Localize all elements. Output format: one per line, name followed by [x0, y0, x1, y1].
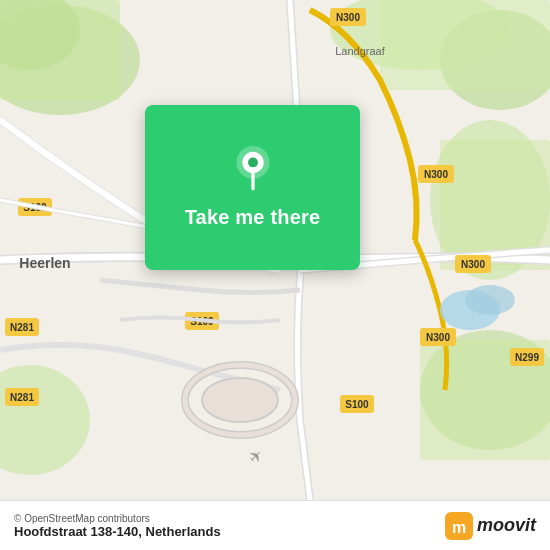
svg-text:N300: N300 — [424, 169, 448, 180]
svg-point-35 — [202, 378, 278, 422]
svg-point-37 — [465, 285, 515, 315]
svg-text:N281: N281 — [10, 392, 34, 403]
svg-text:N300: N300 — [336, 12, 360, 23]
map-container: N300 N300 N300 N300 S100 S100 S100 N281 … — [0, 0, 550, 500]
bottom-bar: © OpenStreetMap contributors Hoofdstraat… — [0, 500, 550, 550]
map-pin-icon — [230, 146, 276, 192]
svg-text:N300: N300 — [461, 259, 485, 270]
svg-text:m: m — [452, 519, 466, 536]
svg-point-47 — [248, 158, 258, 168]
moovit-icon: m — [445, 512, 473, 540]
svg-text:Landgraaf: Landgraaf — [335, 45, 385, 57]
svg-text:N281: N281 — [10, 322, 34, 333]
svg-text:Heerlen: Heerlen — [19, 255, 70, 271]
osm-attribution: © OpenStreetMap contributors — [14, 513, 221, 524]
bottom-info: © OpenStreetMap contributors Hoofdstraat… — [14, 513, 221, 539]
svg-rect-3 — [0, 0, 120, 100]
take-me-there-label: Take me there — [185, 206, 321, 229]
take-me-there-card[interactable]: Take me there — [145, 105, 360, 270]
moovit-text: moovit — [477, 515, 536, 536]
svg-text:N300: N300 — [426, 332, 450, 343]
svg-text:S100: S100 — [345, 399, 369, 410]
moovit-logo: m moovit — [445, 512, 536, 540]
address-line: Hoofdstraat 138-140, Netherlands — [14, 524, 221, 539]
svg-rect-6 — [380, 0, 550, 90]
svg-text:N299: N299 — [515, 352, 539, 363]
